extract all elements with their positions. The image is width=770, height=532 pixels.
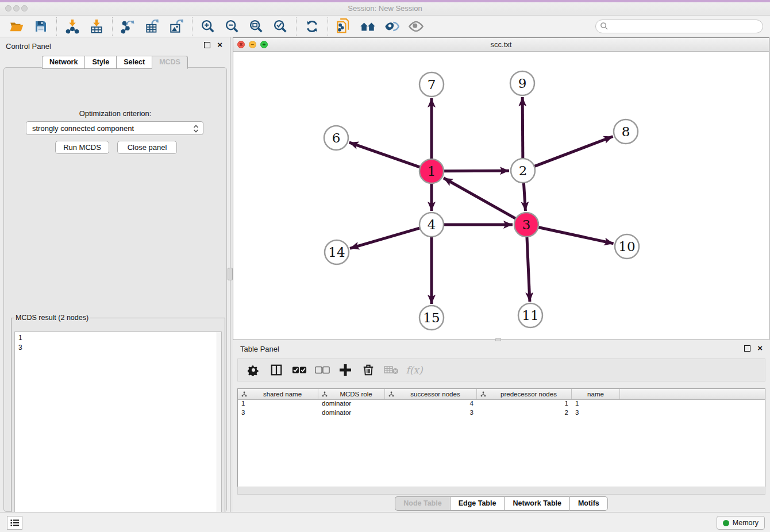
close-panel-button[interactable]: Close panel [117, 141, 177, 154]
table-panel-tabs: Node TableEdge TableNetwork TableMotifs [233, 496, 770, 511]
column-type-icon [388, 391, 394, 397]
float-table-panel-icon[interactable] [744, 345, 750, 352]
table-horizontal-scrollbar[interactable] [237, 487, 765, 495]
import-table-icon[interactable] [88, 18, 105, 35]
graph-edge-3-11[interactable] [527, 237, 530, 302]
graph-edge-4-14[interactable] [350, 228, 420, 248]
table-row[interactable]: 3dominator323 [238, 409, 765, 418]
table-row[interactable]: 1dominator411 [238, 400, 765, 409]
network-window-title: scc.txt [233, 40, 769, 49]
zoom-fit-icon[interactable] [248, 18, 265, 35]
deselect-rows-icon[interactable] [315, 363, 330, 377]
table-cell[interactable]: 1 [238, 400, 318, 409]
graph-node-9[interactable]: 9 [510, 71, 534, 95]
vertical-splitter-handle[interactable] [228, 268, 233, 280]
search-input[interactable] [595, 20, 763, 33]
zoom-in-icon[interactable] [199, 18, 217, 35]
tab-network[interactable]: Network [42, 56, 84, 69]
graph-node-8[interactable]: 8 [614, 119, 638, 144]
close-panel-icon[interactable]: × [217, 40, 222, 50]
add-column-icon[interactable] [338, 363, 353, 377]
result-scrollbar[interactable] [217, 332, 221, 529]
refresh-icon[interactable] [303, 18, 321, 35]
main-toolbar [0, 16, 770, 37]
save-session-icon[interactable] [32, 18, 49, 35]
toolbar-separator [328, 17, 328, 36]
float-panel-icon[interactable] [204, 42, 210, 48]
network-graph[interactable]: 7968124314101511 [233, 52, 769, 340]
graph-edge-2-9[interactable] [522, 97, 523, 159]
statusbar: Memory [0, 512, 770, 532]
table-cell[interactable]: dominator [318, 400, 385, 409]
graph-edge-1-2[interactable] [444, 171, 509, 171]
select-all-rows-icon[interactable] [292, 363, 307, 377]
memory-button[interactable]: Memory [717, 516, 765, 530]
graph-node-3[interactable]: 3 [514, 213, 538, 237]
toolbar-separator [112, 17, 113, 36]
tab-mcds[interactable]: MCDS [152, 56, 188, 69]
column-header-MCDS-role[interactable]: MCDS role [318, 389, 385, 399]
criterion-value: strongly connected component [32, 124, 134, 133]
new-network-icon[interactable] [335, 18, 352, 35]
mcds-result-list: 1 3 [14, 331, 222, 529]
table-cell[interactable]: 3 [385, 409, 477, 418]
gear-icon[interactable] [246, 363, 261, 377]
graph-edge-3-1[interactable] [444, 178, 516, 219]
graph-node-6[interactable]: 6 [324, 126, 348, 150]
table-cell[interactable]: dominator [318, 409, 385, 418]
column-header-shared-name[interactable]: shared name [238, 389, 318, 399]
graph-node-1[interactable]: 1 [419, 159, 444, 183]
export-table-icon[interactable] [144, 18, 161, 35]
application-window: Session: New Session [0, 0, 770, 532]
column-header-predecessor-nodes[interactable]: predecessor nodes [477, 389, 572, 399]
zoom-selected-icon[interactable] [272, 18, 289, 35]
memory-status-icon [723, 520, 729, 526]
close-table-panel-icon[interactable]: × [757, 343, 763, 353]
import-network-icon[interactable] [64, 18, 81, 35]
table-cell[interactable]: 4 [385, 400, 477, 409]
graph-node-15[interactable]: 15 [419, 306, 444, 330]
table-cell[interactable]: 3 [572, 409, 620, 418]
column-header-successor-nodes[interactable]: successor nodes [385, 389, 477, 399]
task-history-button[interactable] [7, 516, 22, 530]
tab-motifs[interactable]: Motifs [569, 496, 608, 511]
run-mcds-button[interactable]: Run MCDS [55, 141, 109, 154]
graphics-details-icon[interactable] [383, 18, 401, 35]
export-image-icon[interactable] [168, 18, 185, 35]
tab-node-table[interactable]: Node Table [395, 496, 449, 511]
hide-details-icon[interactable] [407, 18, 425, 35]
graph-node-label: 6 [332, 130, 341, 145]
graph-node-7[interactable]: 7 [419, 72, 444, 97]
table-cell[interactable]: 2 [477, 409, 572, 418]
graph-edge-3-10[interactable] [538, 227, 614, 243]
node-table[interactable]: shared nameMCDS rolesuccessor nodesprede… [237, 388, 765, 487]
split-columns-icon[interactable] [269, 363, 284, 377]
graph-node-10[interactable]: 10 [615, 234, 639, 259]
graph-edge-2-3[interactable] [523, 183, 525, 211]
graph-node-14[interactable]: 14 [325, 240, 349, 264]
delete-column-icon[interactable] [361, 363, 376, 377]
graph-node-11[interactable]: 11 [518, 303, 542, 327]
tab-network-table[interactable]: Network Table [504, 496, 569, 511]
table-panel: Table Panel × [233, 341, 770, 512]
column-header-label: successor nodes [396, 391, 474, 398]
graph-edge-2-8[interactable] [534, 137, 613, 167]
column-type-icon [241, 391, 247, 397]
window-title: Session: New Session [0, 4, 770, 13]
criterion-dropdown[interactable]: strongly connected component [26, 121, 203, 135]
table-cell[interactable]: 3 [238, 409, 318, 418]
graph-node-2[interactable]: 2 [511, 159, 535, 183]
table-cell[interactable]: 1 [477, 400, 572, 409]
graph-edge-1-6[interactable] [349, 142, 421, 167]
column-header-name[interactable]: name [572, 389, 620, 399]
open-session-icon[interactable] [8, 18, 25, 35]
reset-view-icon[interactable] [359, 18, 376, 35]
table-cell[interactable]: 1 [572, 400, 620, 409]
export-network-icon[interactable] [120, 18, 137, 35]
tab-style[interactable]: Style [84, 56, 116, 69]
tab-select[interactable]: Select [116, 56, 152, 69]
graph-node-4[interactable]: 4 [419, 213, 444, 237]
control-panel-content: Optimization criterion: strongly connect… [3, 67, 227, 512]
tab-edge-table[interactable]: Edge Table [450, 496, 505, 511]
zoom-out-icon[interactable] [224, 18, 241, 35]
